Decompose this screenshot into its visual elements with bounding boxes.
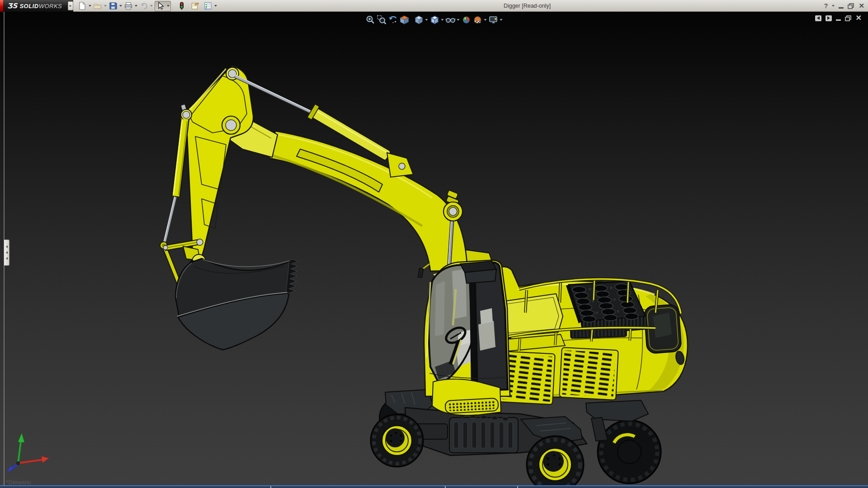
view-orientation-label: *Dimetric: [6, 479, 32, 486]
view-orientation-button[interactable]: [413, 14, 425, 25]
wheel-front-left: [371, 414, 423, 467]
save-button[interactable]: [108, 1, 118, 11]
titlebar: ƷS SOLIDWORKS ▸: [0, 0, 868, 12]
apply-scene-button[interactable]: [472, 14, 483, 25]
status-segment: [446, 486, 517, 488]
section-view-icon: [399, 14, 410, 25]
body-deck: [495, 267, 688, 404]
solidworks-logo: ƷS SOLIDWORKS: [0, 0, 73, 12]
headsup-view-toolbar: [365, 14, 504, 25]
help-button[interactable]: ?: [824, 2, 828, 9]
select-tool-dropdown[interactable]: [165, 1, 170, 11]
solidworks-logo-light: WORKS: [39, 3, 62, 9]
expand-tree-arrow-icon: [6, 251, 8, 254]
save-floppy-icon: [108, 1, 118, 10]
hide-show-items-dropdown[interactable]: [456, 19, 461, 21]
display-style-dropdown[interactable]: [440, 19, 445, 21]
x-axis-arrow: [42, 456, 49, 463]
boom-assembly: [160, 66, 497, 293]
options-button[interactable]: [203, 1, 213, 11]
status-segment: [271, 486, 445, 488]
view-settings-button[interactable]: [488, 14, 499, 25]
options-dropdown[interactable]: [213, 1, 218, 11]
open-button[interactable]: [92, 1, 103, 11]
new-document-button[interactable]: [77, 1, 87, 11]
graphics-viewport[interactable]: ✕ *Dimetric: [0, 12, 868, 485]
cab: [418, 260, 510, 396]
zoom-to-fit-icon: [365, 14, 376, 25]
open-dropdown[interactable]: [103, 1, 108, 11]
new-document-dropdown[interactable]: [87, 1, 92, 11]
chassis: [371, 389, 661, 485]
options-checklist-icon: [203, 1, 212, 10]
zoom-to-area-button[interactable]: [376, 14, 387, 25]
collapse-pane-left-button[interactable]: [815, 15, 821, 21]
restore-document-button[interactable]: [845, 15, 852, 21]
document-title: Digger [Read-only]: [504, 3, 551, 9]
status-strip: [0, 485, 868, 488]
apply-scene-icon: [472, 14, 483, 25]
undo-button[interactable]: [138, 1, 149, 11]
zoom-to-fit-button[interactable]: [365, 14, 376, 25]
featuretree-collapsed-tab[interactable]: [4, 239, 9, 266]
orientation-triad: [4, 430, 58, 473]
select-cursor-icon: [156, 1, 165, 10]
minimize-button[interactable]: [839, 7, 844, 9]
display-style-icon: [429, 14, 440, 25]
wheel-front-right: [527, 436, 584, 485]
undo-arrow-icon: [139, 1, 148, 10]
solidworks-window: ƷS SOLIDWORKS ▸: [0, 0, 868, 488]
excavator-model: [0, 12, 868, 485]
apply-scene-dropdown[interactable]: [483, 19, 488, 21]
restore-button[interactable]: [848, 3, 854, 9]
status-segment: [518, 486, 868, 488]
status-segment: [0, 486, 270, 488]
menu-expand-button[interactable]: ▸: [68, 1, 73, 10]
section-view-button[interactable]: [399, 14, 410, 25]
view-settings-icon: [488, 14, 499, 25]
view-orientation-icon: [413, 14, 424, 25]
mirror: [418, 268, 423, 277]
edit-appearance-button[interactable]: [461, 14, 472, 25]
undo-dropdown[interactable]: [149, 1, 154, 11]
display-style-button[interactable]: [429, 14, 440, 25]
y-axis-arrow: [18, 433, 24, 442]
print-button[interactable]: [123, 1, 133, 11]
traffic-light-icon: [177, 1, 186, 10]
hide-show-items-icon: [445, 14, 456, 25]
zoom-to-area-icon: [376, 14, 387, 25]
window-controls: ? ✕: [824, 0, 864, 12]
save-dropdown[interactable]: [118, 1, 123, 11]
hide-show-items-button[interactable]: [445, 14, 456, 25]
expand-tree-arrow-icon: [6, 257, 8, 260]
select-tool-group: [155, 1, 171, 11]
collapse-pane-right-button[interactable]: [826, 15, 832, 21]
view-orientation-dropdown[interactable]: [425, 19, 429, 21]
solidworks-logo-mark: ƷS: [7, 2, 17, 10]
print-dropdown[interactable]: [133, 1, 138, 11]
wheel-rear-right: [598, 420, 661, 483]
document-window-controls: ✕: [815, 14, 862, 22]
bucket: [175, 258, 298, 350]
standard-toolbar: [77, 0, 218, 11]
help-dropdown[interactable]: [832, 5, 835, 7]
minimize-document-button[interactable]: [836, 19, 841, 21]
brand-red-stripe: [0, 0, 3, 12]
previous-view-icon: [387, 14, 398, 25]
view-settings-dropdown[interactable]: [499, 19, 504, 21]
close-button[interactable]: ✕: [859, 2, 864, 10]
open-folder-icon: [93, 1, 102, 10]
edit-appearance-icon: [461, 14, 472, 25]
select-tool-button[interactable]: [155, 1, 165, 11]
file-properties-icon: [190, 1, 199, 10]
close-document-button[interactable]: ✕: [856, 14, 862, 22]
rebuild-button[interactable]: [176, 1, 187, 11]
previous-view-button[interactable]: [387, 14, 399, 25]
printer-icon: [124, 1, 133, 10]
expand-tree-arrow-icon: [6, 245, 8, 248]
new-document-icon: [78, 1, 87, 10]
file-properties-button[interactable]: [189, 1, 200, 11]
solidworks-logo-bold: SOLID: [19, 3, 38, 9]
